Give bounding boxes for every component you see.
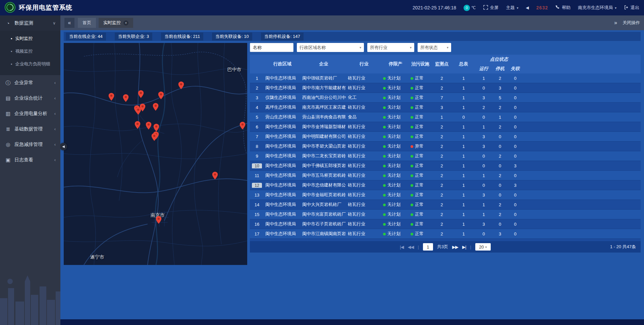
tab-home[interactable]: 首页 [78,18,96,28]
map-pin[interactable] [123,94,128,103]
map-pin[interactable] [239,122,245,130]
sidebar-subitem-realtime-monitor[interactable]: •实时监控 [0,32,60,45]
table-row[interactable]: 12阆中生态环境局阆中市忠信建材有限公砖瓦行业无计划正常21003 [250,180,641,190]
sidebar-item-log-view[interactable]: ▣日志查看‹ [0,152,60,168]
alarm-count: 2632 [536,5,548,10]
stats-bar: 当前在线企业: 44当前失联企业: 3当前在线设备: 211当前失联设备: 10… [64,32,641,41]
row-index-cell: 1 [250,76,264,81]
map-collapse-button[interactable]: ◀ [60,143,67,150]
page-size-select[interactable]: 20 ▾ [475,243,491,251]
row-facility-status: 异常 [409,143,431,149]
logout-button[interactable]: 退出 [624,5,639,11]
table-row[interactable]: 3仪陇生态环境局西南油气田分公司川中化工无计划正常71350 [250,93,641,103]
map-pin[interactable] [135,121,140,130]
prev-page-icon[interactable]: ◀◀ [408,245,414,250]
sidebar-subitem-video-monitor[interactable]: •视频监控 [0,45,60,58]
table-row[interactable]: 11阆中生态环境局阆中市五马桥页岩机砖砖瓦行业无计划正常21120 [250,171,641,180]
map-pin[interactable] [136,107,141,116]
row-facility-status: 正常 [409,231,431,237]
table-row[interactable]: 5营山生态环境局营山县润丰肉食品有限食品无计划正常10010 [250,112,641,122]
table-row[interactable]: 8阆中生态环境局阆中市枣碧大梁山页岩砖瓦行业无计划异常21300 [250,142,641,151]
tabs-scroll-right-button[interactable]: » [614,20,617,26]
table-row[interactable]: 6阆中生态环境局阆中市金博瑞新型墙材砖瓦行业无计划正常21120 [250,122,641,132]
row-limit-status: 无计划 [382,104,409,110]
row-index-cell: 4 [250,105,264,110]
map-pin[interactable] [178,82,184,90]
sidebar-item-enterprise-stats[interactable]: ▤企业综合统计‹ [0,91,60,106]
map-pin[interactable] [156,216,161,225]
row-limit-status: 无计划 [382,163,409,169]
first-page-icon[interactable]: |◀ [400,245,404,250]
region-filter-select[interactable]: 行政区域名称 ▾ [297,43,364,52]
row-monitor: 2 [431,154,452,159]
map-pin[interactable] [153,103,159,112]
sidebar-item-enterprise-abnormal[interactable]: ⓘ企业异常‹ [0,75,60,91]
map-pin[interactable] [154,124,159,132]
pagination-divider: | [418,245,419,250]
tab-realtime-monitor[interactable]: 实时监控× [99,18,133,28]
sidebar-subitem-power-load-detail[interactable]: •企业电力负荷明细 [0,58,60,70]
row-stop: 0 [492,134,507,139]
industry-filter-select[interactable]: 所有行业 ▾ [367,43,414,52]
table-row[interactable]: 4高坪生态环境局南充市高坪区王家店建砖瓦行业无计划正常31220 [250,103,641,112]
table-row[interactable]: 17阆中生态环境局阆中市江南镇阆南页岩砖瓦行业无计划正常21030 [250,229,641,239]
sidebar-item-power-analysis[interactable]: ▥企业用电量分析‹ [0,106,60,121]
table-row[interactable]: 16阆中生态环境局阆中市石子页岩机砖厂砖瓦行业无计划正常21300 [250,219,641,229]
table-row[interactable]: 15阆中生态环境局阆中市光富页岩机砖厂砖瓦行业无计划正常21120 [250,210,641,219]
sidebar-group-emergency-management: ◎应急减排管理‹ [0,137,60,152]
row-company: 南充市高坪区王家店建 [301,104,346,110]
help-button[interactable]: 帮助 [555,5,571,11]
table-row[interactable]: 10阆中生态环境局阆中千佛镇五郎垭页岩砖瓦行业无计划正常21003 [250,161,641,171]
status-dot-icon [383,87,386,90]
alarm-speaker-icon[interactable]: ◀ [526,5,529,10]
name-filter-input[interactable] [250,43,293,52]
row-region: 高坪生态环境局 [264,104,301,110]
col-facility: 治污设施 [409,55,431,73]
table-row[interactable]: 18南部生态环境局南部县双佛土砖有限公砖瓦行业无计划正常 [250,239,641,241]
row-lost: 3 [507,183,523,188]
map-pin[interactable] [109,93,114,102]
row-run: 0 [475,163,492,168]
row-region: 阆中生态环境局 [264,182,301,188]
table-row[interactable]: 9阆中生态环境局阆中市二龙长宝页岩砖砖瓦行业无计划正常21020 [250,151,641,161]
col-company: 企业 [301,55,346,73]
map-pin[interactable] [138,90,144,99]
col-industry: 行业 [346,55,382,73]
brand: 环保用电监管系统 [5,2,72,14]
close-operations-button[interactable]: 关闭操作 [623,20,640,26]
fullscreen-button[interactable]: 全屏 [483,5,499,11]
page-input[interactable] [423,243,433,251]
sidebar-subitem-label: 实时监控 [15,36,33,42]
sidebar-item-base-data[interactable]: ≣基础数据管理‹ [0,121,60,137]
map-pin[interactable] [158,92,164,100]
pagination-range-label: 1 - 20 共47条 [610,244,636,250]
sidebar-item-emergency-management[interactable]: ◎应急减排管理‹ [0,137,60,152]
table-row[interactable]: 13阆中生态环境局阆中市金福旺页岩机砖砖瓦行业无计划正常21300 [250,190,641,200]
close-tab-icon[interactable]: × [123,20,128,25]
table-row[interactable]: 2阆中生态环境局阆中市南方节能建材有砖瓦行业无计划正常21030 [250,83,641,93]
map-pin[interactable] [212,172,218,180]
next-page-icon[interactable]: ▶▶ [452,245,458,250]
status-dot-icon [411,87,413,90]
row-company: 阆中市江南镇阆南页岩 [301,231,346,237]
row-index-badge: 12 [252,183,262,188]
last-page-icon[interactable]: ▶| [462,245,466,250]
row-monitor: 2 [431,163,452,168]
table-row[interactable]: 7阆中生态环境局阆中明阳建材有限公司砖瓦行业无计划正常21300 [250,132,641,142]
row-total: 1 [452,212,475,217]
table-row[interactable]: 1阆中生态环境局阆中强锐页岩砖厂砖瓦行业无计划正常21120 [250,73,641,83]
table-row[interactable]: 14阆中生态环境局阆中大兴页岩机砖厂砖瓦行业无计划正常21120 [250,200,641,210]
map-pin[interactable] [146,122,152,130]
sidebar-item-data-monitoring[interactable]: ◔数据监测∨ [0,15,60,31]
org-dropdown[interactable]: 南充市生态环境局 ▾ [578,5,616,11]
map-panel[interactable]: 巴中市南充市遂宁市 ◀ [64,43,247,265]
row-index-cell: 3 [250,95,264,100]
row-run: 0 [475,183,492,188]
map-pin[interactable] [152,133,157,142]
map-city-label: 遂宁市 [90,254,104,260]
tabs-scroll-left-button[interactable]: « [64,18,74,28]
col-run: 运行 [475,64,492,73]
status-filter-select[interactable]: 所有状态 ▾ [418,43,451,52]
theme-dropdown[interactable]: 主题 ▾ [506,5,519,11]
row-stop: 2 [492,154,507,159]
